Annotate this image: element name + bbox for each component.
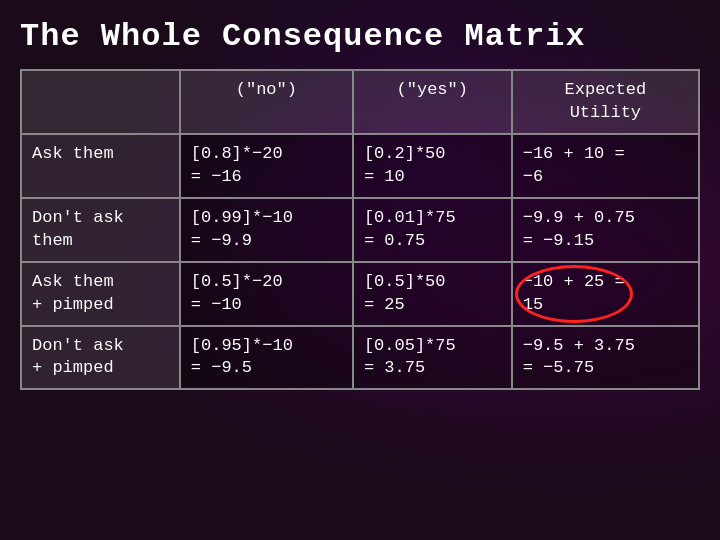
- highlighted-value: −10 + 25 = 15: [523, 271, 625, 317]
- table-row: Don't ask them[0.99]*−10 = −9.9[0.01]*75…: [21, 198, 699, 262]
- row-yes-0: [0.2]*50 = 10: [353, 134, 512, 198]
- table-row: Don't ask + pimped[0.95]*−10 = −9.5[0.05…: [21, 326, 699, 390]
- row-label-0: Ask them: [21, 134, 180, 198]
- row-eu-0: −16 + 10 = −6: [512, 134, 699, 198]
- col-header-eu: Expected Utility: [512, 70, 699, 134]
- row-eu-2: −10 + 25 = 15: [512, 262, 699, 326]
- row-no-1: [0.99]*−10 = −9.9: [180, 198, 353, 262]
- consequence-matrix: ("no") ("yes") Expected Utility Ask them…: [20, 69, 700, 390]
- table-row: Ask them + pimped[0.5]*−20 = −10[0.5]*50…: [21, 262, 699, 326]
- col-header-no: ("no"): [180, 70, 353, 134]
- table-row: Ask them[0.8]*−20 = −16[0.2]*50 = 10−16 …: [21, 134, 699, 198]
- table-header-row: ("no") ("yes") Expected Utility: [21, 70, 699, 134]
- col-header-strategy: [21, 70, 180, 134]
- row-label-2: Ask them + pimped: [21, 262, 180, 326]
- page-container: The Whole Consequence Matrix ("no") ("ye…: [0, 0, 720, 400]
- row-label-3: Don't ask + pimped: [21, 326, 180, 390]
- row-yes-1: [0.01]*75 = 0.75: [353, 198, 512, 262]
- row-no-2: [0.5]*−20 = −10: [180, 262, 353, 326]
- page-title: The Whole Consequence Matrix: [20, 18, 700, 55]
- row-yes-3: [0.05]*75 = 3.75: [353, 326, 512, 390]
- row-eu-3: −9.5 + 3.75 = −5.75: [512, 326, 699, 390]
- col-header-yes: ("yes"): [353, 70, 512, 134]
- row-no-3: [0.95]*−10 = −9.5: [180, 326, 353, 390]
- row-eu-1: −9.9 + 0.75 = −9.15: [512, 198, 699, 262]
- row-no-0: [0.8]*−20 = −16: [180, 134, 353, 198]
- row-label-1: Don't ask them: [21, 198, 180, 262]
- row-yes-2: [0.5]*50 = 25: [353, 262, 512, 326]
